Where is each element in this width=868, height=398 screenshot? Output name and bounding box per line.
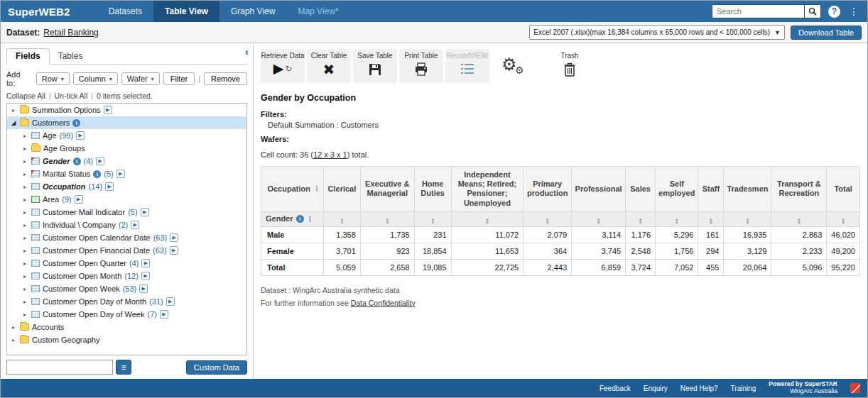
column-header[interactable]: Staff: [698, 167, 724, 212]
trash-button[interactable]: Trash: [548, 49, 592, 83]
column-header[interactable]: Clerical: [323, 167, 360, 212]
tree-item-individual-company[interactable]: ▸ Individual \ Company (2) ▶: [7, 219, 246, 231]
corner-header[interactable]: Occupation⋮: [261, 167, 324, 212]
tree-item-custom-geography[interactable]: ▸ Custom Geography: [7, 333, 246, 346]
row-label[interactable]: Male: [261, 226, 324, 243]
sort-toggle[interactable]: ▲▼: [771, 211, 827, 226]
expander-icon[interactable]: ▸: [21, 235, 28, 241]
retrieve-data-button[interactable]: Retrieve Data ▶↻: [261, 49, 305, 83]
row-menu-icon[interactable]: ⋮: [307, 215, 314, 223]
data-confidentiality-link[interactable]: Data Confidentiality: [351, 299, 416, 307]
sort-toggle[interactable]: ▲▼: [698, 211, 724, 226]
add-to-wafer-dropdown[interactable]: Wafer▾: [121, 72, 160, 85]
tab-fields[interactable]: Fields: [6, 48, 50, 65]
tree-item-accounts[interactable]: ▸ Accounts: [7, 321, 246, 333]
table-options-button[interactable]: ⚙ ⚙: [501, 59, 530, 83]
field-filter-icon[interactable]: ≡: [116, 360, 131, 375]
sort-toggle[interactable]: ▲▼: [572, 211, 626, 226]
tab-tables[interactable]: Tables: [50, 49, 92, 64]
row-label[interactable]: Total: [261, 259, 324, 275]
tree-item-area[interactable]: ▸ Area (9) ▶: [7, 193, 246, 206]
arrow-icon[interactable]: ▶: [104, 106, 112, 114]
clear-table-button[interactable]: Clear Table ✖: [307, 49, 351, 83]
nav-tab-map-view[interactable]: Map View*: [286, 1, 349, 22]
column-header[interactable]: Total: [827, 167, 860, 212]
sort-toggle[interactable]: ▲▼: [626, 211, 656, 226]
arrow-icon[interactable]: ▶: [170, 233, 178, 242]
expander-icon[interactable]: ▸: [10, 337, 17, 343]
expander-icon[interactable]: ▸: [21, 299, 28, 305]
collapse-panel-icon[interactable]: ‹: [245, 48, 249, 56]
tree-item-customer-open-financial-date[interactable]: ▸ Customer Open Financial Date (63) ▶: [7, 244, 246, 257]
search-icon[interactable]: [804, 4, 821, 18]
footer-link-need-help[interactable]: Need Help?: [680, 385, 718, 392]
nav-tab-graph-view[interactable]: Graph View: [219, 1, 286, 22]
sort-toggle[interactable]: ▲▼: [323, 211, 360, 226]
add-to-row-dropdown[interactable]: Row▾: [36, 72, 70, 85]
collapse-all-link[interactable]: Collapse All: [6, 92, 45, 100]
tree-item-occupation[interactable]: ▸ Occupation (14) ▶: [7, 180, 246, 193]
expander-icon[interactable]: ▸: [21, 209, 28, 216]
arrow-icon[interactable]: ▶: [105, 182, 114, 191]
sort-toggle[interactable]: ▲▼: [414, 211, 451, 226]
export-format-select[interactable]: Excel 2007 (.xlsx)(max 16,384 columns x …: [529, 25, 785, 40]
arrow-icon[interactable]: ▶: [96, 157, 104, 165]
arrow-icon[interactable]: ▶: [160, 310, 168, 319]
expander-icon[interactable]: ▸: [10, 324, 17, 331]
column-header[interactable]: Primary production: [523, 167, 572, 212]
dataset-name-link[interactable]: Retail Banking: [43, 28, 98, 38]
row-dimension-header[interactable]: Genderi⋮: [261, 211, 324, 226]
arrow-icon[interactable]: ▶: [131, 221, 139, 229]
tree-item-age[interactable]: ▸ Age (99) ▶: [7, 129, 246, 142]
cell-count-link[interactable]: 12 x 3 x 1: [313, 150, 347, 159]
tree-item-customer-open-quarter[interactable]: ▸ Customer Open Quarter (4) ▶: [7, 257, 246, 270]
add-to-column-dropdown[interactable]: Column▾: [73, 72, 118, 85]
tree-item-customer-open-day-of-week[interactable]: ▸ Customer Open Day of Week (7) ▶: [7, 308, 246, 321]
column-header[interactable]: Transport & Recreation: [771, 167, 827, 212]
tree-item-summation-options[interactable]: ▸ Summation Options ▶: [7, 104, 246, 116]
print-table-button[interactable]: Print Table: [399, 49, 443, 83]
info-icon[interactable]: i: [296, 215, 304, 223]
save-table-button[interactable]: Save Table: [353, 49, 397, 83]
expander-icon[interactable]: ▸: [21, 133, 28, 139]
column-header[interactable]: Home Duties: [414, 167, 451, 212]
arrow-icon[interactable]: ▶: [76, 131, 85, 140]
expander-icon[interactable]: ▸: [21, 158, 28, 165]
sort-toggle[interactable]: ▲▼: [724, 211, 771, 226]
sort-toggle[interactable]: ▲▼: [656, 211, 698, 226]
sort-toggle[interactable]: ▲▼: [827, 211, 860, 226]
column-header[interactable]: Tradesmen: [724, 167, 771, 212]
expander-icon[interactable]: ▸: [21, 197, 28, 203]
info-icon[interactable]: i: [72, 119, 80, 127]
filter-button[interactable]: Filter: [163, 72, 195, 85]
expander-icon[interactable]: ▸: [21, 184, 28, 190]
arrow-icon[interactable]: ▶: [166, 297, 175, 306]
footer-link-feedback[interactable]: Feedback: [600, 385, 631, 392]
arrow-icon[interactable]: ▶: [139, 284, 148, 293]
tree-item-age-groups[interactable]: ▸ Age Groups: [7, 142, 246, 155]
arrow-icon[interactable]: ▶: [141, 259, 150, 267]
field-search-input[interactable]: [6, 360, 113, 375]
expander-icon[interactable]: ▸: [21, 273, 28, 280]
menu-kebab-icon[interactable]: ⋮: [847, 6, 860, 17]
column-menu-icon[interactable]: ⋮: [313, 184, 320, 193]
info-icon[interactable]: i: [73, 157, 81, 165]
tree-item-gender[interactable]: ▸ Gender i (4) ▶: [7, 155, 246, 167]
remove-button[interactable]: Remove: [204, 72, 247, 85]
sort-toggle[interactable]: ▲▼: [451, 211, 523, 226]
expander-icon[interactable]: ▸: [21, 171, 28, 177]
expander-icon[interactable]: ▸: [21, 260, 28, 267]
download-table-button[interactable]: Download Table: [791, 26, 862, 40]
untick-all-link[interactable]: Un-tick All: [55, 92, 88, 100]
custom-data-button[interactable]: Custom Data: [186, 360, 247, 375]
column-header[interactable]: Self employed: [656, 167, 698, 212]
arrow-icon[interactable]: ▶: [116, 170, 125, 178]
expander-icon[interactable]: ▸: [21, 248, 28, 254]
arrow-icon[interactable]: ▶: [75, 195, 83, 204]
column-header[interactable]: Executive & Managerial: [360, 167, 414, 212]
arrow-icon[interactable]: ▶: [141, 208, 149, 216]
sort-toggle[interactable]: ▲▼: [523, 211, 572, 226]
row-label[interactable]: Female: [261, 243, 324, 259]
footer-link-enquiry[interactable]: Enquiry: [644, 385, 668, 392]
footer-link-training[interactable]: Training: [731, 385, 756, 392]
